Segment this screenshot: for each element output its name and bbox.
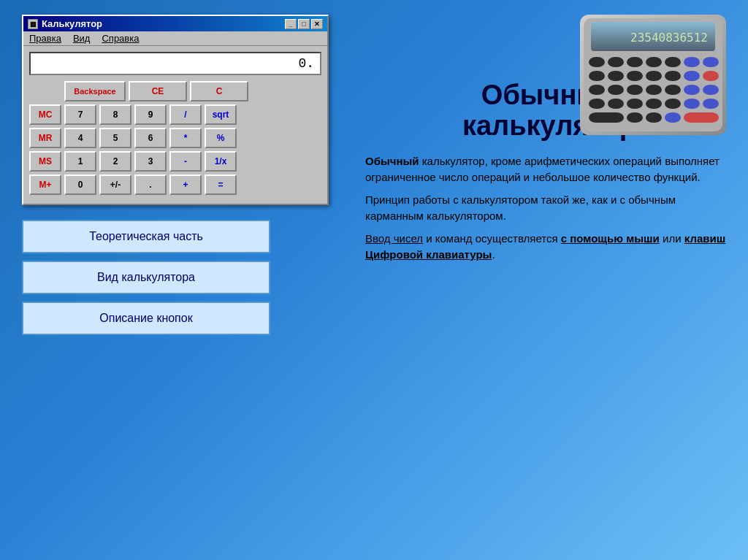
svg-rect-20: [627, 85, 643, 95]
mul-button[interactable]: *: [169, 128, 202, 148]
btn-3[interactable]: 3: [134, 151, 167, 172]
btn-4[interactable]: 4: [64, 128, 96, 148]
svg-rect-24: [703, 85, 719, 95]
calculator-body: 0. Backspace CE C MC 7 8 9 / sqrt MR: [23, 46, 327, 204]
svg-rect-19: [608, 85, 624, 95]
svg-rect-11: [589, 71, 605, 81]
svg-rect-6: [627, 57, 643, 67]
svg-rect-28: [646, 99, 662, 109]
btn-0[interactable]: 0: [64, 174, 96, 195]
backspace-button[interactable]: Backspace: [64, 81, 126, 101]
svg-rect-10: [703, 57, 719, 67]
mc-button[interactable]: MC: [29, 104, 61, 125]
svg-rect-22: [665, 85, 681, 95]
ce-button[interactable]: CE: [129, 81, 187, 101]
end-text: .: [492, 248, 495, 261]
left-panel: ▦ Калькулятор _ □ ✕ Правка Вид Справка 0…: [0, 0, 351, 560]
percent-button[interactable]: %: [205, 128, 237, 148]
svg-rect-21: [646, 85, 662, 95]
calculator-display: 0.: [29, 52, 321, 75]
maximize-button[interactable]: □: [298, 19, 310, 29]
menu-item-vid[interactable]: Вид: [73, 33, 91, 44]
svg-rect-14: [646, 71, 662, 81]
svg-rect-29: [665, 99, 681, 109]
window-title: Калькулятор: [42, 18, 102, 29]
para-1-rest: калькулятор, кроме арифметических операц…: [365, 155, 720, 184]
description-section: Обычный калькулятор, кроме арифметически…: [365, 153, 726, 264]
svg-rect-13: [627, 71, 643, 81]
sign-button[interactable]: +/-: [99, 174, 131, 195]
svg-rect-23: [684, 85, 700, 95]
bold-word-1: Обычный: [365, 155, 419, 167]
svg-rect-34: [646, 112, 662, 123]
mr-button[interactable]: MR: [29, 128, 61, 148]
titlebar-left: ▦ Калькулятор: [28, 18, 102, 29]
add-button[interactable]: +: [169, 174, 202, 195]
button-row-2: MC 7 8 9 / sqrt: [29, 104, 321, 125]
para-3: Ввод чисел и команд осуществляется с пом…: [365, 231, 726, 264]
svg-rect-36: [684, 112, 719, 123]
para-2: Принцип работы с калькулятором такой же,…: [365, 192, 726, 225]
button-row-4: MS 1 2 3 - 1/x: [29, 151, 321, 172]
eq-button[interactable]: =: [205, 174, 237, 195]
svg-rect-9: [684, 57, 700, 67]
menu-item-spravka[interactable]: Справка: [102, 33, 139, 44]
btn-5[interactable]: 5: [99, 128, 131, 148]
titlebar-buttons[interactable]: _ □ ✕: [285, 19, 323, 29]
svg-rect-27: [627, 99, 643, 109]
inv-button[interactable]: 1/x: [205, 151, 237, 172]
btn-9[interactable]: 9: [134, 104, 167, 125]
button-row-1: Backspace CE C: [29, 81, 321, 101]
svg-rect-12: [608, 71, 624, 81]
svg-rect-33: [627, 112, 643, 123]
btn-7[interactable]: 7: [64, 104, 96, 125]
menubar: Правка Вид Справка: [23, 31, 327, 46]
display-value: 0.: [298, 56, 314, 71]
mid-text-1: и команд осуществляется: [423, 232, 561, 245]
minimize-button[interactable]: _: [285, 19, 297, 29]
svg-rect-31: [703, 99, 719, 109]
div-button[interactable]: /: [169, 104, 202, 125]
ms-button[interactable]: MS: [29, 151, 61, 172]
right-panel: 23540836512: [351, 0, 748, 560]
button-row-3: MR 4 5 6 * %: [29, 128, 321, 148]
svg-rect-7: [646, 57, 662, 67]
btn-6[interactable]: 6: [134, 128, 167, 148]
menu-item-pravka[interactable]: Правка: [29, 33, 61, 44]
c-button[interactable]: C: [190, 81, 248, 101]
para-1: Обычный калькулятор, кроме арифметически…: [365, 153, 726, 186]
empty-button: [29, 81, 61, 101]
svg-rect-32: [589, 112, 624, 123]
btn-2[interactable]: 2: [99, 151, 131, 172]
sqrt-button[interactable]: sqrt: [205, 104, 237, 125]
calculator-window: ▦ Калькулятор _ □ ✕ Правка Вид Справка 0…: [22, 15, 329, 205]
btn-8[interactable]: 8: [99, 104, 131, 125]
svg-rect-16: [684, 71, 700, 81]
svg-rect-4: [589, 57, 605, 67]
nav-theoretical[interactable]: Теоретическая часть: [22, 220, 270, 253]
link-2[interactable]: с помощью мыши: [561, 232, 660, 245]
close-button[interactable]: ✕: [311, 19, 323, 29]
svg-rect-35: [665, 112, 681, 123]
sub-button[interactable]: -: [169, 151, 202, 172]
svg-rect-5: [608, 57, 624, 67]
titlebar-icon: ▦: [28, 19, 38, 29]
btn-1[interactable]: 1: [64, 151, 96, 172]
svg-rect-17: [703, 71, 719, 81]
dot-button[interactable]: .: [134, 174, 167, 195]
nav-buttons: Теоретическая часть Вид калькулятора Опи…: [22, 220, 270, 335]
link-1[interactable]: Ввод чисел: [365, 232, 423, 245]
titlebar: ▦ Калькулятор _ □ ✕: [23, 16, 327, 31]
calculator-3d-image: 23540836512: [565, 7, 733, 139]
svg-rect-26: [608, 99, 624, 109]
nav-calc-view[interactable]: Вид калькулятора: [22, 261, 270, 294]
mid-text-2: или: [660, 232, 684, 245]
svg-rect-15: [665, 71, 681, 81]
svg-rect-8: [665, 57, 681, 67]
button-row-5: M+ 0 +/- . + =: [29, 174, 321, 195]
svg-text:23540836512: 23540836512: [630, 31, 708, 45]
svg-rect-25: [589, 99, 605, 109]
nav-button-desc[interactable]: Описание кнопок: [22, 302, 270, 335]
mplus-button[interactable]: M+: [29, 174, 61, 195]
svg-rect-30: [684, 99, 700, 109]
